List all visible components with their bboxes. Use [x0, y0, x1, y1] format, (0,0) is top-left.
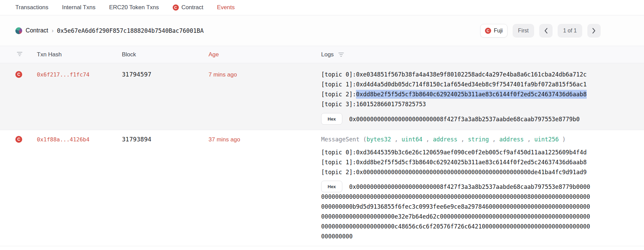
network-c-icon: C	[485, 28, 491, 34]
topic-value: 0xdd8be2f5f5d5cf3b8640c62924025b311ae83c…	[356, 159, 587, 166]
age-value: 7 mins ago	[209, 70, 321, 80]
topic-value: 0x00000000000000000000000000000000000000…	[356, 169, 587, 176]
block-number: 31793894	[122, 135, 209, 144]
event-param-type: uint64	[401, 136, 422, 143]
hex-data-block: Hex 0x0000000000000000000000008f427f3a3a…	[321, 182, 593, 241]
event-param-type: uint256	[534, 136, 559, 143]
topic-line: [topic 2]:0x0000000000000000000000000000…	[321, 167, 593, 177]
next-page-button[interactable]	[587, 24, 601, 38]
topic-line: [topic 0]:0xd36445359b3c6e26c120659aef09…	[321, 148, 593, 157]
topic-value-selected: 0xdd8be2f5f5d5cf3b8640c62924025b311ae83c…	[356, 90, 587, 99]
chevron-left-icon	[544, 28, 548, 34]
tab-bar: Transactions Internal Txns ERC20 Token T…	[0, 0, 644, 15]
txn-c-badge-icon: C	[15, 71, 22, 78]
previous-page-button[interactable]	[539, 24, 553, 38]
event-signature: MessageSent (bytes32 , uint64 , address …	[321, 135, 593, 144]
filter-icon[interactable]	[16, 51, 23, 56]
breadcrumb-separator-icon: ›	[52, 27, 54, 34]
column-header-block: Block	[122, 51, 209, 58]
txn-hash-link[interactable]: 0x1f88a...4126b4	[37, 135, 122, 144]
tab-erc20-token-txns[interactable]: ERC20 Token Txns	[109, 4, 159, 11]
contract-header-band: Contract › 0x5e67eA6d6f290F857c1888204b7…	[0, 15, 644, 46]
event-row: C 0x1f88a...4126b4 31793894 37 mins ago …	[0, 130, 644, 246]
hex-toggle-button[interactable]: Hex	[321, 113, 342, 125]
topic-line: [topic 0]:0xe034851f567b38fa4a438e9f8010…	[321, 70, 593, 80]
event-param-type: string	[468, 136, 489, 143]
txn-c-badge-icon: C	[15, 136, 22, 143]
tab-transactions[interactable]: Transactions	[15, 4, 48, 11]
txn-hash-link[interactable]: 0x6f217...f1fc74	[37, 70, 122, 80]
hex-data: 0x0000000000000000000000008f427f3a3a8b25…	[321, 183, 590, 240]
topic-value: 0xe034851f567b38fa4a438e9f80102258adc4a2…	[356, 71, 587, 78]
hex-data: 0x0000000000000000000000008f427f3a3a8b25…	[349, 116, 580, 123]
hex-data-block: Hex 0x0000000000000000000000008f427f3a3a…	[321, 114, 593, 124]
tab-contract[interactable]: C Contract	[173, 4, 203, 11]
column-header-txn-hash: Txn Hash	[37, 51, 122, 58]
network-name: Fuji	[494, 28, 503, 34]
topic-line: [topic 1]:0xd4d4a5d0db05dc714f8150c1af65…	[321, 80, 593, 89]
breadcrumb-label: Contract	[26, 27, 48, 34]
pagination: C Fuji First 1 of 1	[480, 24, 601, 38]
table-header: Txn Hash Block Age Logs	[0, 46, 644, 63]
event-param-type: address	[499, 136, 524, 143]
logs-cell: MessageSent (bytes32 , uint64 , address …	[321, 135, 593, 241]
topic-value: 16015286601757825753	[356, 101, 426, 108]
block-number: 31794597	[122, 70, 209, 80]
breadcrumb: Contract › 0x5e67eA6d6f290F857c1888204b7…	[15, 27, 204, 34]
tab-events[interactable]: Events	[217, 4, 235, 11]
chevron-right-icon	[592, 28, 596, 34]
logs-cell: [topic 0]:0xe034851f567b38fa4a438e9f8010…	[321, 70, 593, 124]
topic-value: 0xd4d4a5d0db05dc714f8150c1af654ed34eb8c9…	[356, 81, 587, 88]
topic-value: 0xd36445359b3c6e26c120659aef090ce0f2eb00…	[356, 149, 587, 156]
contract-address: 0x5e67eA6d6f290F857c1888204b7540Bac76001…	[57, 27, 204, 34]
event-row: C 0x6f217...f1fc74 31794597 7 mins ago […	[0, 63, 644, 130]
topic-line: [topic 3]:16015286601757825753	[321, 99, 593, 109]
column-header-logs: Logs	[321, 51, 334, 58]
event-param-type: bytes32	[367, 136, 391, 143]
page-indicator: 1 of 1	[558, 24, 582, 38]
event-param-type: address	[433, 136, 458, 143]
age-value: 37 mins ago	[209, 135, 321, 144]
topic-line: [topic 1]:0xdd8be2f5f5d5cf3b8640c6292402…	[321, 157, 593, 167]
contract-c-icon: C	[173, 4, 179, 11]
first-page-button[interactable]: First	[513, 24, 534, 38]
hex-toggle-button[interactable]: Hex	[321, 181, 342, 192]
network-badge[interactable]: C Fuji	[480, 24, 507, 38]
column-header-age[interactable]: Age	[209, 51, 321, 58]
tab-internal-txns[interactable]: Internal Txns	[62, 4, 96, 11]
logs-filter-icon[interactable]	[338, 52, 344, 57]
contract-blockie-icon	[15, 27, 22, 34]
topic-line: [topic 2]:0xdd8be2f5f5d5cf3b8640c6292402…	[321, 89, 593, 99]
